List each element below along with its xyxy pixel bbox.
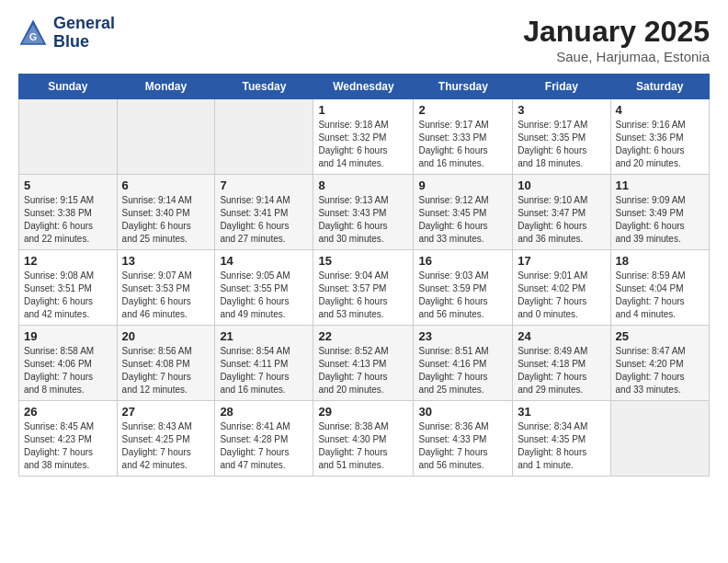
calendar-cell: 19Sunrise: 8:58 AM Sunset: 4:06 PM Dayli… — [19, 326, 118, 401]
calendar-cell: 3Sunrise: 9:17 AM Sunset: 3:35 PM Daylig… — [513, 99, 610, 175]
day-info: Sunrise: 9:10 AM Sunset: 3:47 PM Dayligh… — [518, 194, 605, 246]
day-info: Sunrise: 8:51 AM Sunset: 4:16 PM Dayligh… — [418, 345, 507, 396]
calendar-cell: 12Sunrise: 9:08 AM Sunset: 3:51 PM Dayli… — [19, 250, 118, 326]
day-number: 10 — [518, 178, 605, 192]
calendar-cell: 29Sunrise: 8:38 AM Sunset: 4:30 PM Dayli… — [313, 401, 414, 477]
day-number: 11 — [616, 178, 704, 192]
calendar-cell — [117, 99, 215, 175]
day-number: 7 — [220, 178, 308, 192]
calendar-cell: 2Sunrise: 9:17 AM Sunset: 3:33 PM Daylig… — [414, 99, 513, 175]
weekday-header: Wednesday — [313, 75, 414, 99]
logo-line1: General — [53, 15, 115, 33]
day-info: Sunrise: 9:09 AM Sunset: 3:49 PM Dayligh… — [616, 194, 704, 246]
calendar-cell: 18Sunrise: 8:59 AM Sunset: 4:04 PM Dayli… — [610, 250, 709, 326]
calendar-week-row: 5Sunrise: 9:15 AM Sunset: 3:38 PM Daylig… — [19, 175, 710, 250]
day-number: 19 — [24, 329, 112, 343]
day-number: 18 — [616, 254, 704, 268]
calendar-table: SundayMondayTuesdayWednesdayThursdayFrid… — [18, 74, 710, 477]
calendar-cell: 22Sunrise: 8:52 AM Sunset: 4:13 PM Dayli… — [313, 326, 414, 401]
day-number: 15 — [318, 254, 408, 268]
day-number: 14 — [220, 254, 308, 268]
calendar-cell: 21Sunrise: 8:54 AM Sunset: 4:11 PM Dayli… — [215, 326, 313, 401]
calendar-cell: 9Sunrise: 9:12 AM Sunset: 3:45 PM Daylig… — [414, 175, 513, 250]
day-number: 21 — [220, 329, 308, 343]
calendar-week-row: 26Sunrise: 8:45 AM Sunset: 4:23 PM Dayli… — [19, 401, 710, 477]
day-number: 25 — [616, 329, 704, 343]
day-info: Sunrise: 8:54 AM Sunset: 4:11 PM Dayligh… — [220, 345, 308, 396]
calendar-cell: 25Sunrise: 8:47 AM Sunset: 4:20 PM Dayli… — [610, 326, 709, 401]
calendar-cell: 26Sunrise: 8:45 AM Sunset: 4:23 PM Dayli… — [19, 401, 118, 477]
weekday-header: Monday — [117, 75, 215, 99]
weekday-header: Friday — [513, 75, 610, 99]
calendar-cell: 16Sunrise: 9:03 AM Sunset: 3:59 PM Dayli… — [414, 250, 513, 326]
day-number: 27 — [122, 405, 210, 419]
day-number: 23 — [418, 329, 507, 343]
day-info: Sunrise: 8:41 AM Sunset: 4:28 PM Dayligh… — [220, 420, 308, 472]
calendar-cell: 27Sunrise: 8:43 AM Sunset: 4:25 PM Dayli… — [117, 401, 215, 477]
day-info: Sunrise: 9:16 AM Sunset: 3:36 PM Dayligh… — [616, 119, 704, 170]
day-info: Sunrise: 8:34 AM Sunset: 4:35 PM Dayligh… — [518, 420, 605, 472]
day-number: 16 — [418, 254, 507, 268]
day-info: Sunrise: 9:14 AM Sunset: 3:40 PM Dayligh… — [122, 194, 210, 246]
day-info: Sunrise: 8:43 AM Sunset: 4:25 PM Dayligh… — [122, 420, 210, 472]
day-number: 9 — [418, 178, 507, 192]
day-info: Sunrise: 8:45 AM Sunset: 4:23 PM Dayligh… — [24, 420, 112, 472]
calendar-cell: 23Sunrise: 8:51 AM Sunset: 4:16 PM Dayli… — [414, 326, 513, 401]
day-info: Sunrise: 8:38 AM Sunset: 4:30 PM Dayligh… — [318, 420, 408, 472]
day-info: Sunrise: 9:14 AM Sunset: 3:41 PM Dayligh… — [220, 194, 308, 246]
calendar-cell: 20Sunrise: 8:56 AM Sunset: 4:08 PM Dayli… — [117, 326, 215, 401]
day-info: Sunrise: 9:18 AM Sunset: 3:32 PM Dayligh… — [318, 119, 408, 170]
weekday-header: Saturday — [610, 75, 709, 99]
day-info: Sunrise: 9:13 AM Sunset: 3:43 PM Dayligh… — [318, 194, 408, 246]
day-info: Sunrise: 8:47 AM Sunset: 4:20 PM Dayligh… — [616, 345, 704, 396]
day-info: Sunrise: 9:17 AM Sunset: 3:35 PM Dayligh… — [518, 119, 605, 170]
calendar-title: January 2025 — [523, 15, 710, 49]
calendar-cell: 30Sunrise: 8:36 AM Sunset: 4:33 PM Dayli… — [414, 401, 513, 477]
day-number: 8 — [318, 178, 408, 192]
logo-line2: Blue — [53, 33, 115, 52]
day-number: 17 — [518, 254, 605, 268]
day-number: 31 — [518, 405, 605, 419]
calendar-cell — [610, 401, 709, 477]
page: G General Blue January 2025 Saue, Harjum… — [0, 0, 728, 486]
day-number: 20 — [122, 329, 210, 343]
calendar-cell: 24Sunrise: 8:49 AM Sunset: 4:18 PM Dayli… — [513, 326, 610, 401]
day-number: 12 — [24, 254, 112, 268]
day-info: Sunrise: 8:56 AM Sunset: 4:08 PM Dayligh… — [122, 345, 210, 396]
day-info: Sunrise: 8:36 AM Sunset: 4:33 PM Dayligh… — [418, 420, 507, 472]
day-number: 1 — [318, 103, 408, 117]
day-info: Sunrise: 9:15 AM Sunset: 3:38 PM Dayligh… — [24, 194, 112, 246]
day-number: 26 — [24, 405, 112, 419]
calendar-cell: 13Sunrise: 9:07 AM Sunset: 3:53 PM Dayli… — [117, 250, 215, 326]
day-info: Sunrise: 8:59 AM Sunset: 4:04 PM Dayligh… — [616, 270, 704, 321]
day-info: Sunrise: 9:01 AM Sunset: 4:02 PM Dayligh… — [518, 270, 605, 321]
day-info: Sunrise: 8:58 AM Sunset: 4:06 PM Dayligh… — [24, 345, 112, 396]
day-number: 29 — [318, 405, 408, 419]
calendar-cell: 15Sunrise: 9:04 AM Sunset: 3:57 PM Dayli… — [313, 250, 414, 326]
day-number: 4 — [616, 103, 704, 117]
header: G General Blue January 2025 Saue, Harjum… — [18, 15, 710, 64]
calendar-cell: 10Sunrise: 9:10 AM Sunset: 3:47 PM Dayli… — [513, 175, 610, 250]
logo-icon: G — [18, 18, 48, 48]
day-info: Sunrise: 9:08 AM Sunset: 3:51 PM Dayligh… — [24, 270, 112, 321]
calendar-cell: 11Sunrise: 9:09 AM Sunset: 3:49 PM Dayli… — [610, 175, 709, 250]
title-area: January 2025 Saue, Harjumaa, Estonia — [523, 15, 710, 64]
calendar-cell — [19, 99, 118, 175]
logo-text: General Blue — [53, 15, 115, 52]
calendar-cell: 31Sunrise: 8:34 AM Sunset: 4:35 PM Dayli… — [513, 401, 610, 477]
day-number: 24 — [518, 329, 605, 343]
calendar-week-row: 19Sunrise: 8:58 AM Sunset: 4:06 PM Dayli… — [19, 326, 710, 401]
day-info: Sunrise: 9:03 AM Sunset: 3:59 PM Dayligh… — [418, 270, 507, 321]
calendar-week-row: 1Sunrise: 9:18 AM Sunset: 3:32 PM Daylig… — [19, 99, 710, 175]
calendar-cell: 6Sunrise: 9:14 AM Sunset: 3:40 PM Daylig… — [117, 175, 215, 250]
header-row: SundayMondayTuesdayWednesdayThursdayFrid… — [19, 75, 710, 99]
weekday-header: Tuesday — [215, 75, 313, 99]
calendar-cell: 7Sunrise: 9:14 AM Sunset: 3:41 PM Daylig… — [215, 175, 313, 250]
day-number: 30 — [418, 405, 507, 419]
weekday-header: Thursday — [414, 75, 513, 99]
day-number: 28 — [220, 405, 308, 419]
calendar-cell: 28Sunrise: 8:41 AM Sunset: 4:28 PM Dayli… — [215, 401, 313, 477]
day-info: Sunrise: 8:49 AM Sunset: 4:18 PM Dayligh… — [518, 345, 605, 396]
calendar-cell: 8Sunrise: 9:13 AM Sunset: 3:43 PM Daylig… — [313, 175, 414, 250]
logo: G General Blue — [18, 15, 115, 52]
